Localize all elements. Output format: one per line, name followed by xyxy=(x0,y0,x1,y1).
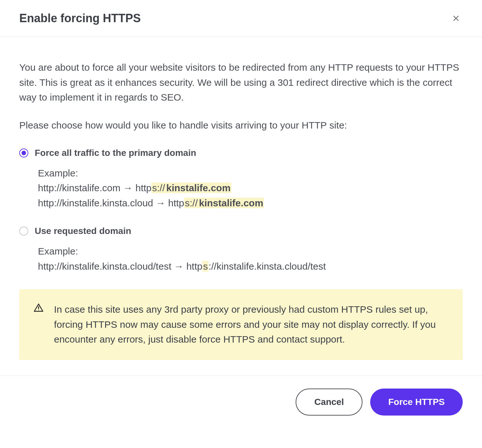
option-primary-domain: Force all traffic to the primary domain … xyxy=(19,148,463,211)
example-label: Example: xyxy=(38,244,463,259)
radio-label: Force all traffic to the primary domain xyxy=(35,148,196,158)
example-line: http://kinstalife.com → https://kinstali… xyxy=(38,181,463,196)
radio-requested-domain[interactable]: Use requested domain xyxy=(19,226,463,236)
option-requested-domain: Use requested domain Example: http://kin… xyxy=(19,226,463,274)
warning-icon xyxy=(33,302,44,347)
close-button[interactable] xyxy=(449,12,463,25)
svg-point-1 xyxy=(38,310,39,310)
modal-title: Enable forcing HTTPS xyxy=(19,12,141,25)
modal-body: You are about to force all your website … xyxy=(0,37,482,375)
example-line: http://kinstalife.kinsta.cloud/test → ht… xyxy=(38,259,463,274)
example-label: Example: xyxy=(38,166,463,181)
radio-icon xyxy=(19,227,28,236)
intro-text: You are about to force all your website … xyxy=(19,60,463,105)
radio-label: Use requested domain xyxy=(35,226,131,236)
radio-icon xyxy=(19,148,28,157)
example-primary: Example: http://kinstalife.com → https:/… xyxy=(38,166,463,211)
warning-banner: In case this site uses any 3rd party pro… xyxy=(19,289,463,360)
redirect-options: Force all traffic to the primary domain … xyxy=(19,148,463,274)
radio-primary-domain[interactable]: Force all traffic to the primary domain xyxy=(19,148,463,158)
example-requested: Example: http://kinstalife.kinsta.cloud/… xyxy=(38,244,463,274)
force-https-modal: Enable forcing HTTPS You are about to fo… xyxy=(0,0,482,423)
warning-text: In case this site uses any 3rd party pro… xyxy=(54,302,449,347)
cancel-button[interactable]: Cancel xyxy=(296,389,362,416)
force-https-button[interactable]: Force HTTPS xyxy=(370,389,463,416)
modal-header: Enable forcing HTTPS xyxy=(0,0,482,37)
example-line: http://kinstalife.kinsta.cloud → https:/… xyxy=(38,196,463,211)
modal-footer: Cancel Force HTTPS xyxy=(0,375,482,423)
prompt-text: Please choose how would you like to hand… xyxy=(19,118,463,132)
